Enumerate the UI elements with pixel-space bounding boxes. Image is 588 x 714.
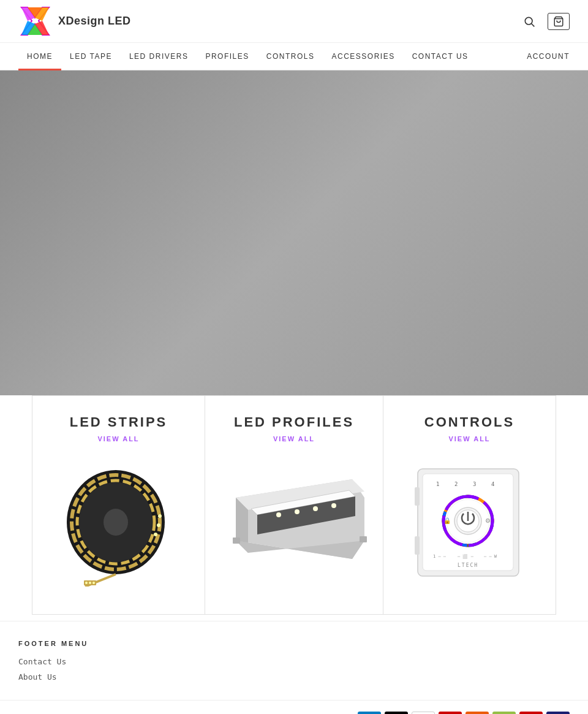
- led-profile-svg: [217, 461, 371, 583]
- nav-item-profiles[interactable]: PROFILES: [197, 43, 257, 70]
- site-header: XDesign LED: [0, 0, 588, 43]
- controls-viewall[interactable]: VIEW ALL: [448, 435, 490, 442]
- led-strips-title: LED STRIPS: [70, 414, 168, 430]
- svg-text:2: 2: [454, 481, 458, 487]
- svg-rect-35: [360, 536, 367, 542]
- collection-controls: CONTROLS VIEW ALL 1 2 3 4: [383, 396, 556, 614]
- footer-menu-section: FOOTER MENU Contact Us About Us: [0, 621, 588, 700]
- svg-text:🔒: 🔒: [443, 517, 451, 525]
- hero-banner: [0, 70, 588, 395]
- svg-rect-39: [415, 536, 420, 555]
- led-strip-svg: [61, 458, 177, 587]
- svg-rect-34: [233, 537, 240, 544]
- led-profiles-title: LED PROFILES: [234, 414, 354, 430]
- payment-amex: AMEX: [358, 712, 381, 714]
- collection-led-profiles: LED PROFILES VIEW ALL: [205, 396, 383, 614]
- footer-menu-title: FOOTER MENU: [18, 640, 570, 647]
- svg-point-12: [104, 509, 128, 536]
- footer-link-contact[interactable]: Contact Us: [18, 657, 570, 666]
- svg-point-17: [154, 533, 157, 536]
- svg-point-30: [295, 509, 300, 514]
- header-actions: [523, 13, 570, 30]
- nav-items: HOME LED TAPE LED DRIVERS PROFILES CONTR…: [18, 43, 477, 70]
- search-icon: [523, 15, 535, 28]
- svg-text:4: 4: [491, 481, 494, 487]
- nav-account[interactable]: Account: [527, 52, 570, 61]
- svg-point-15: [158, 514, 162, 518]
- search-button[interactable]: [523, 15, 535, 28]
- svg-text:LTECH: LTECH: [458, 563, 478, 568]
- svg-text:1: 1: [436, 481, 439, 487]
- led-strips-image: [45, 455, 192, 590]
- svg-point-29: [276, 512, 281, 517]
- payment-icons: AMEX G Pay Maestro Shop Union VISA: [358, 712, 570, 714]
- payment-visa: VISA: [546, 712, 570, 714]
- svg-point-22: [92, 582, 95, 584]
- svg-line-8: [532, 23, 535, 26]
- svg-point-21: [89, 582, 91, 584]
- controller-svg: 1 2 3 4: [412, 463, 528, 582]
- logo-area[interactable]: XDesign LED: [18, 4, 131, 38]
- logo-icon: [18, 4, 52, 38]
- collections-grid: LED STRIPS VIEW ALL: [32, 395, 556, 615]
- controls-image: 1 2 3 4: [396, 455, 543, 590]
- payment-shopify-pay: Shop: [492, 712, 516, 714]
- payment-maestro: Maestro: [439, 712, 462, 714]
- nav-item-controls[interactable]: CONTROLS: [258, 43, 323, 70]
- led-profiles-image: [217, 455, 371, 590]
- hero-background: [0, 70, 588, 395]
- payment-google-pay: G Pay: [412, 712, 435, 714]
- nav-item-home[interactable]: HOME: [18, 43, 61, 70]
- svg-point-20: [85, 582, 88, 584]
- payment-apple-pay: [385, 712, 408, 714]
- cart-button[interactable]: [548, 13, 570, 30]
- payment-mastercard: [466, 712, 489, 714]
- led-strips-viewall[interactable]: VIEW ALL: [97, 435, 139, 442]
- nav-item-contact-us[interactable]: CONTACT US: [404, 43, 477, 70]
- svg-text:— — W: — — W: [484, 554, 497, 559]
- collection-led-strips: LED STRIPS VIEW ALL: [32, 396, 205, 614]
- svg-rect-38: [415, 487, 420, 506]
- svg-point-31: [313, 506, 318, 511]
- site-footer: FOOTER MENU Contact Us About Us © 2023, …: [0, 621, 588, 714]
- svg-text:1 — —: 1 — —: [433, 554, 447, 559]
- svg-text:⚙: ⚙: [485, 517, 491, 524]
- svg-point-7: [525, 17, 532, 25]
- led-profiles-viewall[interactable]: VIEW ALL: [273, 435, 315, 442]
- nav-item-accessories[interactable]: ACCESSORIES: [323, 43, 404, 70]
- nav-item-led-tape[interactable]: LED TAPE: [61, 43, 121, 70]
- controls-title: CONTROLS: [424, 414, 514, 430]
- collections-section: LED STRIPS VIEW ALL: [0, 395, 588, 621]
- svg-point-32: [331, 503, 336, 508]
- payment-union-pay: Union: [519, 712, 543, 714]
- logo-text: XDesign LED: [58, 15, 131, 28]
- svg-point-16: [157, 523, 160, 527]
- main-nav: HOME LED TAPE LED DRIVERS PROFILES CONTR…: [0, 43, 588, 70]
- cart-icon: [553, 16, 564, 27]
- nav-item-led-drivers[interactable]: LED DRIVERS: [121, 43, 197, 70]
- footer-link-about[interactable]: About Us: [18, 672, 570, 682]
- svg-text:— ⬜ —: — ⬜ —: [458, 553, 474, 559]
- svg-text:3: 3: [473, 481, 476, 487]
- footer-bottom: © 2023, XDesign LED . Powered by Shopify…: [0, 700, 588, 714]
